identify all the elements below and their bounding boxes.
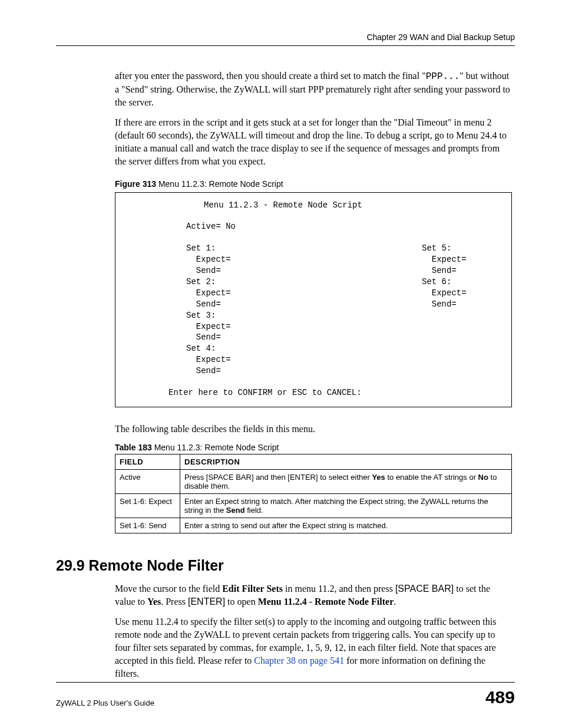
chapter-header: Chapter 29 WAN and Dial Backup Setup: [56, 32, 515, 46]
figure-line: Set 5:: [422, 243, 562, 254]
paragraph: Move the cursor to the field Edit Filter…: [115, 582, 512, 608]
table-cell: Set 1-6: Expect: [115, 493, 180, 518]
page: Chapter 29 WAN and Dial Backup Setup aft…: [0, 0, 562, 728]
figure-heading: Menu 11.2.3 - Remote Node Script: [127, 200, 500, 211]
table-cell: Enter an Expect string to match. After m…: [180, 493, 512, 518]
table-row: Active Press [SPACE BAR] and then [ENTER…: [115, 469, 512, 493]
content-body: after you enter the password, then you s…: [115, 70, 512, 681]
text: to open: [225, 597, 258, 607]
bold: Remote Node Filter: [315, 597, 394, 607]
paragraph: The following table describes the fields…: [115, 423, 512, 436]
figure-line: Expect=: [422, 288, 562, 299]
paragraph: Use menu 11.2.4 to specify the filter se…: [115, 615, 512, 680]
table-title: Menu 11.2.3: Remote Node Script: [152, 443, 279, 452]
table-cell: Set 1-6: Send: [115, 518, 180, 533]
footer-guide-name: ZyWALL 2 Plus User's Guide: [56, 699, 154, 707]
text: .: [394, 597, 396, 607]
bold: Send: [226, 506, 245, 515]
bold: Yes: [147, 597, 161, 607]
text: in menu 11.2, and then press: [283, 584, 395, 594]
table-caption: Table 183 Menu 11.2.3: Remote Node Scrip…: [115, 443, 512, 452]
text: field.: [245, 506, 263, 515]
key: [ENTER]: [188, 597, 225, 607]
table: FIELD DESCRIPTION Active Press [SPACE BA…: [115, 454, 512, 533]
figure-line: Send=: [186, 265, 375, 276]
figure-line: Set 6:: [422, 276, 562, 288]
table-row: Set 1-6: Expect Enter an Expect string t…: [115, 493, 512, 518]
figure-line: Expect=: [186, 288, 375, 299]
figure-line: Send=: [186, 365, 375, 377]
figure-line: Send=: [186, 299, 375, 310]
figure-line: Set 4:: [186, 343, 375, 354]
text: after you enter the password, then you s…: [115, 71, 426, 81]
table-cell: Enter a string to send out after the Exp…: [180, 518, 512, 533]
page-number: 489: [485, 687, 515, 707]
table-cell: Active: [115, 469, 180, 493]
key: [SPACE BAR]: [395, 584, 454, 594]
figure-col-right: Set 5: Expect= Send= Set 6: Expect= Send…: [375, 243, 562, 377]
page-footer: ZyWALL 2 Plus User's Guide 489: [56, 682, 515, 707]
text: . Press: [161, 597, 188, 607]
text: to enable the AT strings or: [385, 473, 478, 482]
table-label: Table 183: [115, 443, 152, 452]
figure-terminal: Menu 11.2.3 - Remote Node Script Active=…: [115, 192, 512, 407]
figure-line: Active= No: [127, 221, 500, 232]
table-row: Set 1-6: Send Enter a string to send out…: [115, 518, 512, 533]
bold: Edit Filter Sets: [222, 584, 283, 594]
text: Enter a string to send out after the Exp…: [184, 521, 388, 530]
figure-line: Send=: [186, 332, 375, 343]
figure-line: Expect=: [186, 354, 375, 365]
figure-line: Send=: [422, 299, 562, 310]
figure-line: Set 1:: [186, 243, 375, 254]
table-header: DESCRIPTION: [180, 454, 512, 469]
code-text: PPP...: [426, 71, 460, 82]
text: Press [SPACE BAR] and then [ENTER] to se…: [184, 473, 372, 482]
bold: No: [478, 473, 488, 482]
cross-reference-link[interactable]: Chapter 38 on page 541: [254, 655, 344, 666]
figure-line: Expect=: [186, 254, 375, 265]
figure-label: Figure 313: [115, 179, 156, 189]
figure-caption: Figure 313 Menu 11.2.3: Remote Node Scri…: [115, 179, 512, 189]
figure-col-left: Set 1: Expect= Send= Set 2: Expect= Send…: [127, 243, 375, 377]
bold: Yes: [372, 473, 385, 482]
paragraph: If there are errors in the script and it…: [115, 116, 512, 168]
paragraph: after you enter the password, then you s…: [115, 70, 512, 109]
figure-line: Expect=: [186, 321, 375, 332]
table-cell: Press [SPACE BAR] and then [ENTER] to se…: [180, 469, 512, 493]
figure-line: Expect=: [422, 254, 562, 265]
table-header: FIELD: [115, 454, 180, 469]
figure-title: Menu 11.2.3: Remote Node Script: [156, 179, 283, 189]
figure-line: Set 2:: [186, 276, 375, 288]
figure-line: Set 3:: [186, 310, 375, 321]
figure-line: Enter here to CONFIRM or ESC to CANCEL:: [127, 387, 500, 398]
text: Move the cursor to the field: [115, 584, 222, 594]
bold: Menu 11.2.4: [258, 597, 307, 607]
section-heading: 29.9 Remote Node Filter: [56, 557, 512, 574]
figure-line: Send=: [422, 265, 562, 276]
text: -: [307, 597, 315, 607]
